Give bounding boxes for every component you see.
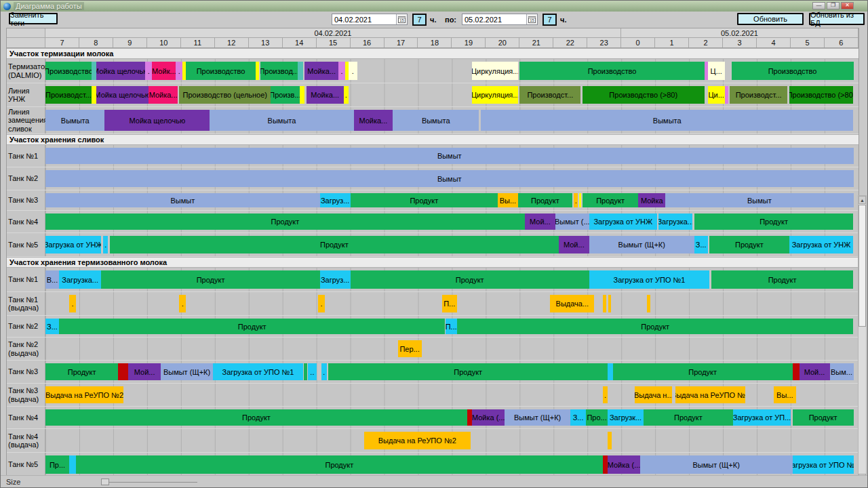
calendar-icon[interactable]: 15 xyxy=(526,14,537,24)
gantt-bar: Мойка щелочью xyxy=(96,86,149,104)
gantt-bar: Выдача на РеУПО №2 xyxy=(45,386,123,403)
hour-tick: 0 xyxy=(621,38,655,47)
row-plot: Пр...ПродуктМойка (...Вымыт (Щ+К)Загрузк… xyxy=(45,453,859,476)
window-title: Диаграмма работы xyxy=(14,2,84,10)
calendar-icon[interactable]: 15 xyxy=(396,14,407,24)
gantt-bar: . xyxy=(145,62,152,80)
gantt-bar xyxy=(300,86,304,104)
row-plot: Вымыт xyxy=(45,145,859,167)
refresh-from-db-button[interactable]: Обновить из БД xyxy=(809,13,865,25)
gantt-bar: Вымыта xyxy=(481,110,854,131)
gantt-bar: В... xyxy=(45,270,59,289)
gantt-bar: . xyxy=(574,193,578,207)
hours-to-field[interactable]: 7 xyxy=(542,14,557,26)
timeline-row: Линия УНЖПроизводст...Мойка щелочьюМойка… xyxy=(7,83,859,107)
gantt-bar: Продукт xyxy=(45,214,525,230)
gantt-bar: Циркуляция... xyxy=(472,62,517,80)
gantt-bar xyxy=(467,409,472,426)
header-corner xyxy=(7,38,45,47)
timeline-row: Танк №4 (выдача)Выдача на РеУПО №2 xyxy=(7,429,859,453)
gantt-bar: Загрузка от УНЖ xyxy=(589,214,657,230)
gantt-bar: Вым... xyxy=(830,363,854,380)
close-icon[interactable]: ✕ xyxy=(841,2,854,9)
date-to-input[interactable] xyxy=(462,14,526,24)
header-corner xyxy=(7,28,45,37)
gantt-bar: Производст... xyxy=(45,86,92,104)
gantt-bar: Выдача... xyxy=(550,295,594,312)
size-slider-track[interactable] xyxy=(102,482,197,483)
row-plot: ПродуктМой...Вымыт (...Загрузка от УНЖЗа… xyxy=(45,211,859,232)
row-label: Танк №2 (выдача) xyxy=(7,338,45,360)
hour-tick: 10 xyxy=(147,38,181,47)
gantt-bar: Мойка... xyxy=(354,110,393,131)
hour-tick: 14 xyxy=(283,38,317,47)
hour-tick: 22 xyxy=(553,38,587,47)
gantt-bar: Загрузка... xyxy=(59,270,101,289)
hour-tick: 21 xyxy=(519,38,553,47)
hour-header-row: 78910111213141516171819202122230123456 xyxy=(7,38,859,48)
toolbar: Заменить теги 15 7 ч. по: 15 7 ч. Обнови… xyxy=(1,12,867,28)
hour-tick: 6 xyxy=(825,38,859,47)
scroll-up-icon[interactable]: ▲ xyxy=(859,196,866,204)
hour-tick: 2 xyxy=(689,38,723,47)
timeline-row: Линия замещения сливокВымытаМойка щелочь… xyxy=(7,107,859,134)
day1-header: 04.02.2021 xyxy=(45,28,621,37)
date-header-row: 04.02.202105.02.2021 xyxy=(7,28,859,38)
vertical-scrollbar[interactable]: ▲ ▼ xyxy=(858,195,867,483)
gantt-bar: Ц... xyxy=(708,62,725,80)
refresh-button[interactable]: Обновить xyxy=(737,13,804,25)
gantt-bar: Производство xyxy=(186,62,255,80)
gantt-bar xyxy=(304,363,307,380)
gantt-bar: Загрузка от УНЖ xyxy=(45,236,101,253)
row-plot: ПродуктМой...Вымыт (Щ+К)Загрузка от УПО … xyxy=(45,361,859,383)
hours-from-field[interactable]: 7 xyxy=(412,14,427,26)
gantt-bar: . xyxy=(318,295,325,312)
row-label: Танк №1 (выдача) xyxy=(7,292,45,315)
gantt-bar: Загрузка от УНЖ xyxy=(789,236,854,253)
row-label: Танк №3 xyxy=(7,361,45,383)
scrollbar-thumb[interactable] xyxy=(859,205,866,327)
to-label: по: xyxy=(445,16,456,24)
title-bar: Диаграмма работы — ❐ ✕ xyxy=(1,1,867,12)
minimize-icon[interactable]: — xyxy=(812,2,825,9)
gantt-bar: Продукт xyxy=(709,236,789,253)
gantt-bar: Производст... xyxy=(730,86,787,104)
gantt-bar: Вымыт xyxy=(45,170,854,187)
row-label: Танк №4 xyxy=(7,407,45,428)
gantt-bar: Загруз... xyxy=(320,193,351,207)
gantt-bar: Загрузка от УПО №1 xyxy=(589,270,709,289)
gantt-bar: Продукт xyxy=(328,363,608,380)
gantt-bar: Загруз... xyxy=(320,270,351,289)
row-plot: ПроизводствоМойка щелочью.Мойк....Произв… xyxy=(45,59,859,83)
gantt-bar: З... xyxy=(570,409,585,426)
gantt-bar xyxy=(793,363,800,380)
gantt-bar: Ци... xyxy=(708,86,725,104)
gantt-bar: Продукт xyxy=(45,363,118,380)
hour-tick: 3 xyxy=(723,38,757,47)
gantt-bar: Продукт xyxy=(76,455,603,474)
gantt-bar: Мойка щелочью xyxy=(96,62,145,80)
hour-tick: 17 xyxy=(384,38,418,47)
row-label: Танк №4 xyxy=(7,211,45,232)
gantt-bar: . xyxy=(103,236,108,253)
gantt-bar: Выдача на РеУПО №2 xyxy=(675,386,745,403)
gantt-bar: Мой... xyxy=(800,363,830,380)
row-plot: З...ПродуктП...Продукт xyxy=(45,316,859,337)
gantt-bar xyxy=(298,62,302,80)
gantt-bar xyxy=(92,62,96,80)
replace-tags-button[interactable]: Заменить теги xyxy=(9,13,58,24)
maximize-icon[interactable]: ❐ xyxy=(827,2,840,9)
window-controls: — ❐ ✕ xyxy=(812,2,854,9)
gantt-bar xyxy=(647,295,650,312)
gantt-bar: Пер... xyxy=(398,340,422,357)
date-from-input[interactable] xyxy=(332,14,396,24)
gantt-bar: Продукт xyxy=(613,363,793,380)
size-slider-thumb[interactable] xyxy=(101,479,109,485)
gantt-bar: .. xyxy=(308,363,316,380)
row-label: Термизатор (DALMIO) xyxy=(7,59,45,83)
gantt-bar: Продукт xyxy=(793,409,854,426)
gantt-bar: Продукт xyxy=(583,193,638,207)
gantt-bar: Циркуляция... xyxy=(472,86,517,104)
gantt-bar: Продукт xyxy=(644,409,733,426)
app-window: Диаграмма работы — ❐ ✕ Заменить теги 15 … xyxy=(0,0,868,488)
